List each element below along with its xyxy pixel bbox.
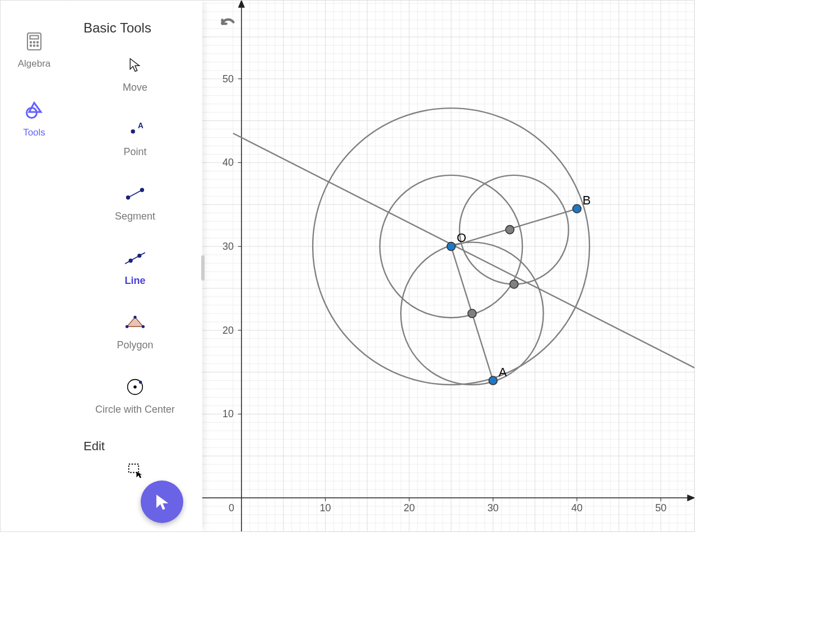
svg-text:0: 0	[229, 502, 234, 514]
rail-item-algebra[interactable]: Algebra	[18, 31, 51, 69]
tool-select[interactable]	[68, 454, 202, 494]
geo-line[interactable]	[451, 209, 577, 246]
tool-segment[interactable]: Segment	[68, 170, 202, 235]
svg-marker-150	[239, 1, 244, 7]
svg-point-2	[30, 41, 31, 43]
geo-point[interactable]	[489, 376, 497, 385]
tool-point-label: Point	[123, 146, 146, 158]
tools-panel: Basic Tools Move A Point Segment	[68, 1, 202, 531]
svg-point-16	[138, 254, 141, 258]
line-icon	[124, 247, 146, 269]
active-tool-fab[interactable]	[141, 480, 183, 523]
svg-point-9	[131, 129, 136, 134]
svg-rect-1	[30, 36, 38, 39]
svg-point-22	[139, 381, 142, 384]
circle-icon	[124, 376, 146, 398]
geo-point[interactable]	[573, 204, 581, 213]
svg-text:40: 40	[572, 502, 583, 514]
svg-point-7	[37, 45, 38, 46]
rail-label-algebra: Algebra	[18, 58, 51, 69]
cursor-fill-icon	[152, 492, 171, 511]
svg-point-3	[34, 41, 35, 43]
svg-text:50: 50	[655, 502, 666, 514]
cursor-icon	[124, 54, 146, 76]
svg-text:A: A	[138, 122, 143, 130]
svg-point-4	[37, 41, 38, 43]
svg-point-15	[129, 259, 132, 263]
svg-point-5	[30, 45, 31, 46]
undo-button[interactable]	[219, 17, 242, 40]
shapes-icon	[24, 100, 44, 123]
svg-point-13	[141, 188, 144, 192]
rail-item-tools[interactable]: Tools	[23, 100, 45, 138]
svg-text:30: 30	[488, 502, 499, 514]
tool-move[interactable]: Move	[68, 41, 202, 106]
geo-point-label: O	[457, 231, 466, 245]
view-rail: Algebra Tools	[1, 1, 68, 531]
rail-label-tools: Tools	[23, 127, 45, 138]
tool-line-label: Line	[124, 275, 145, 287]
svg-rect-23	[129, 464, 139, 473]
grid-major	[202, 1, 694, 531]
svg-marker-152	[688, 495, 694, 501]
tool-circle-label: Circle with Center	[95, 404, 175, 416]
svg-line-14	[125, 253, 145, 264]
geo-point[interactable]	[468, 309, 476, 318]
edit-header: Edit	[68, 428, 202, 454]
axes	[202, 1, 694, 531]
svg-point-6	[34, 45, 35, 46]
tool-line[interactable]: Line	[68, 235, 202, 299]
svg-text:50: 50	[222, 73, 234, 85]
polygon-icon	[124, 311, 146, 334]
calculator-icon	[24, 31, 44, 54]
graph-canvas[interactable]: 102030405010203040500 OAB	[202, 1, 694, 531]
svg-text:30: 30	[222, 241, 234, 252]
segment-icon	[124, 183, 146, 205]
svg-text:20: 20	[222, 325, 234, 336]
tool-circle[interactable]: Circle with Center	[68, 363, 202, 428]
point-icon: A	[124, 118, 146, 141]
svg-line-11	[128, 190, 142, 198]
svg-text:10: 10	[222, 408, 234, 419]
svg-point-21	[134, 386, 136, 388]
scroll-handle[interactable]	[201, 255, 205, 281]
geo-point[interactable]	[447, 242, 456, 251]
tool-move-label: Move	[123, 82, 147, 94]
grid-minor	[202, 1, 694, 531]
svg-point-18	[142, 325, 145, 328]
svg-text:40: 40	[222, 157, 234, 168]
geo-point[interactable]	[505, 226, 514, 234]
svg-text:20: 20	[403, 502, 415, 514]
basic-tools-header: Basic Tools	[68, 1, 202, 41]
geo-point-label: A	[499, 365, 507, 379]
geo-point[interactable]	[510, 280, 518, 288]
graph-svg[interactable]: 102030405010203040500 OAB	[202, 1, 694, 531]
geo-point-label: B	[582, 193, 591, 207]
svg-point-12	[127, 196, 130, 199]
svg-point-17	[133, 316, 136, 319]
select-rect-icon	[124, 459, 146, 482]
tool-polygon[interactable]: Polygon	[68, 299, 202, 363]
tool-polygon-label: Polygon	[117, 339, 153, 351]
svg-point-19	[126, 325, 128, 328]
svg-text:10: 10	[320, 502, 331, 514]
tool-segment-label: Segment	[115, 211, 155, 222]
tool-point[interactable]: A Point	[68, 106, 202, 170]
